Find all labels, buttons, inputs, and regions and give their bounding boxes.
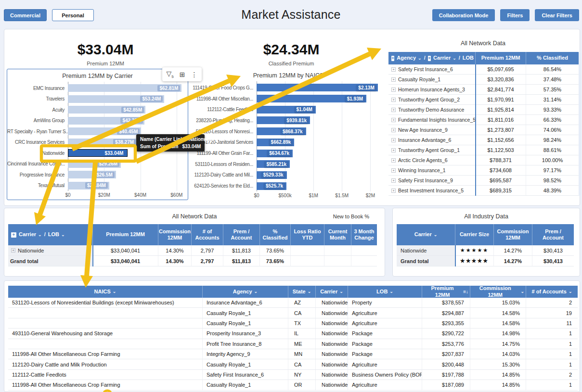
- bar-112112-cattle-feedlots[interactable]: $1.04M: [257, 106, 316, 114]
- chevron-down-icon[interactable]: ⌄: [389, 289, 393, 294]
- expand-all-icon[interactable]: +: [11, 232, 16, 238]
- column-header-loss-ratio-ytd[interactable]: Loss Ratio YTD: [291, 224, 324, 245]
- column-header-carrier[interactable]: Carrier⌄: [397, 224, 455, 245]
- expand-row-icon[interactable]: +: [391, 67, 396, 72]
- bar-texas-mutual[interactable]: $22.84M: [68, 182, 109, 190]
- table-row[interactable]: +Best Investment Insurance_5$689,31548.3…: [388, 186, 579, 196]
- expand-row-icon[interactable]: +: [391, 108, 396, 112]
- expand-row-icon[interactable]: +: [391, 178, 396, 183]
- chevron-down-icon[interactable]: ⌄: [113, 289, 116, 294]
- bar-nationwide[interactable]: $33.04M: [68, 149, 128, 157]
- column-header-prem-account[interactable]: Prem / Account: [532, 224, 574, 245]
- chevron-down-icon[interactable]: ⌄: [61, 232, 65, 238]
- expand-row-icon[interactable]: +: [391, 189, 396, 193]
- table-row[interactable]: Casualty Royale_1CANationwideAgriculture…: [8, 308, 578, 318]
- column-header-commission-12mm[interactable]: Commission 12MM⌄: [470, 286, 526, 298]
- bar-531110-lessors-of-residen[interactable]: $585.21k: [257, 160, 290, 168]
- chevron-down-icon[interactable]: ⌄: [418, 56, 422, 61]
- chevron-down-icon[interactable]: ⌄: [520, 289, 524, 294]
- column-header-of-accounts[interactable]: # of Accounts: [192, 224, 223, 245]
- column-header-classified[interactable]: % Classified: [260, 224, 291, 245]
- column-header-naics[interactable]: NAICS⌄: [8, 286, 203, 298]
- table-row[interactable]: +Trustworthy Demo Assurance$1,925,81493.…: [388, 105, 579, 115]
- bar-progressive-insurance[interactable]: $26.5M: [68, 171, 116, 178]
- column-header-group[interactable]: +Carrier⌄/LOB⌄: [8, 224, 93, 245]
- table-row[interactable]: +Casualty Royale_1$3,320,83637.48%: [388, 75, 579, 85]
- table-row[interactable]: Casualty Royale_1TXNationwideAgriculture…: [8, 318, 578, 329]
- column-header-premium-12mm[interactable]: Premium 12MM≡↓: [422, 286, 470, 298]
- table-row[interactable]: +Safety First Insurance_9$695,58798.52%: [388, 176, 579, 186]
- bar-emc-insurance[interactable]: $62.81M: [68, 84, 181, 92]
- filters-button[interactable]: Filters: [500, 9, 530, 21]
- chevron-down-icon[interactable]: ⌄: [434, 232, 438, 238]
- bar-111998-all-other-miscellan[interactable]: $1.93M: [257, 95, 366, 102]
- sort-descending-icon[interactable]: ≡↓: [463, 289, 468, 295]
- table-row[interactable]: 111998-All Other Miscellaneous Crop Farm…: [8, 349, 578, 359]
- bar-624120-services-for-the-eld[interactable]: $525.7k: [257, 182, 286, 190]
- column-header-current-month[interactable]: Current Month: [324, 224, 351, 245]
- chevron-down-icon[interactable]: ⌄: [569, 289, 572, 294]
- table-row[interactable]: 531120-Lessors of Nonresidential Buildin…: [8, 298, 578, 308]
- column-header-of-accounts[interactable]: # of Accounts⌄: [526, 286, 578, 298]
- clear-filters-button[interactable]: Clear Filters: [535, 9, 579, 21]
- expand-row-icon[interactable]: +: [391, 158, 396, 163]
- expand-row-icon[interactable]: +: [391, 128, 396, 132]
- bar-111199-all-other-grain-far[interactable]: $634.67k: [257, 150, 293, 157]
- expand-row-icon[interactable]: +: [391, 148, 396, 152]
- expand-all-icon[interactable]: +: [391, 56, 394, 61]
- bar-travelers[interactable]: $53.24M: [68, 95, 164, 103]
- column-header-carrier[interactable]: Carrier⌄: [316, 286, 348, 298]
- table-row[interactable]: +Safety First Insurance_6$5,097,69586.54…: [388, 64, 579, 75]
- bar-acuity[interactable]: $42.85M: [68, 106, 145, 114]
- expand-row-icon[interactable]: +: [391, 77, 396, 82]
- expand-all-icon[interactable]: +: [428, 56, 431, 61]
- table-row[interactable]: +Homerun Insurance Agents_3$2,841,77457.…: [388, 85, 579, 95]
- table-row[interactable]: 111998-All Other Miscellaneous Crop Farm…: [8, 380, 578, 390]
- table-row[interactable]: 493110-General Warehousing and StoragePr…: [8, 329, 578, 339]
- table-row[interactable]: Grand total★★★★★14.27%$30,413: [397, 256, 574, 266]
- bar-rt-specialty-ryan-turner-s[interactable]: $40.45M: [68, 127, 141, 135]
- table-row[interactable]: +Insurance Advantage_6$1,152,65698.24%: [388, 135, 579, 145]
- column-header-3-month-change[interactable]: 3 Month Change: [351, 224, 377, 245]
- bar-238220-plumbing-heating[interactable]: $939.81k: [257, 116, 310, 124]
- column-header-lob[interactable]: LOB⌄: [348, 286, 422, 298]
- column-header-classified[interactable]: % Classified: [526, 52, 579, 64]
- column-header-group[interactable]: +Agency⌄/+Carrier⌄/LOB: [388, 52, 476, 64]
- table-icon[interactable]: ⊞: [180, 71, 185, 78]
- column-header-commission-12mm[interactable]: Commission 12MM: [494, 224, 532, 245]
- collaboration-mode-button[interactable]: Collaboration Mode: [432, 9, 495, 21]
- table-row[interactable]: +Winning Insurance_1$734,60897.17%: [388, 165, 579, 176]
- table-row[interactable]: Profit Tree Insurance_8MENationwidePacka…: [8, 339, 578, 349]
- table-row[interactable]: 112112-Cattle FeedlotsSafety First Insur…: [8, 370, 578, 380]
- table-row[interactable]: 112120-Dairy Cattle and Milk ProductionC…: [8, 359, 578, 369]
- chevron-down-icon[interactable]: ⌄: [308, 289, 311, 294]
- bar-561720-janitorial-services[interactable]: $662.89k: [257, 139, 294, 146]
- chevron-down-icon[interactable]: ⌄: [453, 56, 456, 61]
- filter-icon[interactable]: ▽5: [167, 70, 174, 79]
- chevron-down-icon[interactable]: ⌄: [38, 232, 42, 238]
- column-header-state[interactable]: State⌄: [288, 286, 316, 298]
- table-row[interactable]: Nationwide★★★★★14.27%$30,413: [397, 245, 574, 256]
- expand-row-icon[interactable]: +: [391, 118, 396, 122]
- bar-crc-insurance-services[interactable]: $38.27M: [68, 139, 137, 146]
- table-row[interactable]: +Arctic Circle Agents_6$788,371100.00%: [388, 155, 579, 165]
- column-header-commission-12mm[interactable]: Commission 12MM: [158, 224, 192, 245]
- table-row[interactable]: +Trustworthy Agent Group_1$1,122,50388.6…: [388, 145, 579, 155]
- bar-111419-other-food-crops-g[interactable]: $2.13M: [257, 84, 378, 91]
- bar-531120-lessors-of-nonresi[interactable]: $868.37k: [257, 127, 306, 135]
- expand-row-icon[interactable]: +: [11, 248, 15, 253]
- table-row[interactable]: +New Age Insurance_9$1,273,80774.06%: [388, 125, 579, 135]
- column-header-prem-account[interactable]: Prem / Account: [223, 224, 260, 245]
- more-menu-icon[interactable]: ⋮: [191, 71, 197, 78]
- table-row[interactable]: +Nationwide$33,040,04114.30%2,797$11,813…: [8, 245, 377, 256]
- bar-112120-dairy-cattle-and-mil[interactable]: $529.33k: [257, 171, 287, 179]
- bar-amwins-group[interactable]: $42.33M: [68, 117, 144, 125]
- column-header-carrier-size[interactable]: Carrier Size: [455, 224, 494, 245]
- chevron-down-icon[interactable]: ⌄: [339, 289, 343, 294]
- table-row[interactable]: Grand total$33,040,04114.30%2,797$11,813…: [8, 256, 377, 266]
- chevron-down-icon[interactable]: ⌄: [254, 289, 258, 294]
- column-header-premium-12mm[interactable]: Premium 12MM: [93, 224, 158, 245]
- expand-row-icon[interactable]: +: [391, 88, 396, 92]
- table-row[interactable]: +Trustworthy Agent Group_2$1,970,99131.1…: [388, 95, 579, 105]
- bar-cincinnati-insurance-comp[interactable]: $29.26M: [68, 160, 121, 168]
